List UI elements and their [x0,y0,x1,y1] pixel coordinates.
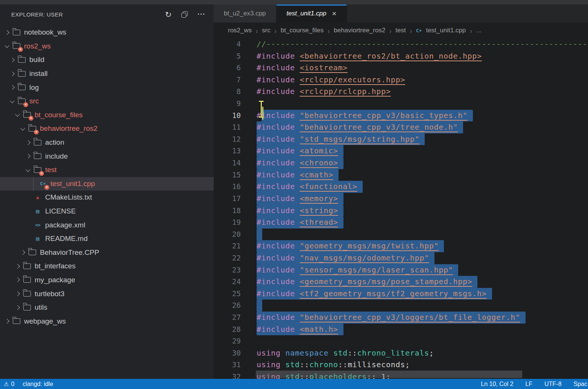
horizontal-scrollbar[interactable] [256,371,522,378]
breadcrumb-item-test[interactable]: test [395,27,406,34]
tree-item-test[interactable]: ×test [0,163,214,177]
duplicate-button[interactable] [181,11,188,18]
code-content: #include <behaviortree_ros2/bt_action_no… [257,50,482,62]
folder-icon [18,71,26,77]
code-line-25[interactable]: 25#include <tf2_geometry_msgs/tf2_geomet… [214,288,588,300]
tab-label: test_unit1.cpp [287,10,327,17]
tree-item-test-unit1-cpp[interactable]: C+×test_unit1.cpp [0,177,214,191]
tree-item-label: LICENSE [45,207,76,215]
breadcrumb-item-ros2-ws[interactable]: ros2_ws [228,27,252,34]
code-line-31[interactable]: 31using std::chrono::milliseconds; [214,359,588,371]
tree-item-include[interactable]: include [0,149,214,163]
tree-item-build[interactable]: build [0,53,214,67]
code-line-19[interactable]: 19#include <thread> [214,216,588,229]
tree-item-label: BehaviorTree.CPP [40,248,99,257]
code-line-29[interactable]: 29 [214,335,588,347]
indentation-indicator[interactable]: Spac [574,381,587,387]
tree-item-src[interactable]: ×src [0,94,214,108]
code-line-24[interactable]: 24#include <geometry_msgs/msg/pose_stamp… [214,276,588,288]
code-token: std [285,360,299,369]
code-line-11[interactable]: 11#include "behaviortree_cpp_v3/tree_nod… [214,121,588,133]
line-number: 14 [214,157,241,169]
tree-item-utils[interactable]: utils [0,301,214,315]
chevron-right-icon [15,291,20,296]
code-line-4[interactable]: 4//-------------------------------------… [214,38,588,50]
tree-item-turtlebot3[interactable]: turtlebot3 [0,287,214,301]
status-bar: ⚠ 0 clangd: idle Ln 10, Col 2 LF UTF-8 S… [0,379,588,389]
code-line-22[interactable]: 22#include "nav_msgs/msg/odometry.hpp" [214,252,588,264]
code-line-30[interactable]: 30using namespace std::chrono_literals; [214,347,588,359]
refresh-explorer-button[interactable]: ↻ [165,11,172,18]
file-tree: notebook_ws×ros2_wsbuildinstalllog×src×b… [0,24,214,328]
code-line-6[interactable]: 6#include <iostream> [214,62,588,74]
tree-item-notebook-ws[interactable]: notebook_ws [0,26,214,39]
file-icon-wrap [34,153,41,159]
tree-item-install[interactable]: install [0,67,214,81]
breadcrumb-item-test-unit1-cpp[interactable]: test_unit1.cpp [426,27,466,34]
eol-indicator[interactable]: LF [526,381,533,387]
tree-item-bt-course-files[interactable]: ×bt_course_files [0,108,214,122]
code-line-8[interactable]: 8#include <rclcpp/rclcpp.hpp> [214,86,588,98]
include-directive-token: #include [257,63,295,72]
include-directive-token: #include [257,206,295,215]
tree-item-webpage-ws[interactable]: webpage_ws [0,314,214,328]
tab-bt-u2-ex3-cpp[interactable]: bt_u2_ex3.cpp [214,5,277,23]
include-path-token: "behaviortree_cpp_v3/tree_node.h" [300,123,458,132]
tree-item-cmakelists-txt[interactable]: ▲CMakeLists.txt [0,191,214,204]
problems-indicator[interactable]: ⚠ 0 [4,381,14,387]
tree-item-label: ros2_ws [24,42,51,50]
code-line-13[interactable]: 13#include <atomic> [214,145,588,157]
tree-item-bt-interfaces[interactable]: bt_interfaces [0,259,214,273]
folder-icon [34,140,41,145]
breadcrumb-item-behaviortree-ros2[interactable]: behaviortree_ros2 [334,27,385,34]
tree-item-label: test [45,166,57,174]
tab-test-unit1-cpp[interactable]: test_unit1.cpp× [277,5,347,23]
error-badge: × [44,185,49,190]
code-line-26[interactable]: 26 [214,300,588,312]
code-line-15[interactable]: 15#include <cmath> [214,169,588,181]
chevron-right-icon [10,71,15,76]
code-line-20[interactable]: 20 [214,229,588,241]
tree-item-readme-md[interactable]: ▤README.md [0,232,214,246]
code-line-12[interactable]: 12#include "std_msgs/msg/string.hpp" [214,133,588,145]
code-line-23[interactable]: 23#include "sensor_msgs/msg/laser_scan.h… [214,264,588,276]
encoding-indicator[interactable]: UTF-8 [544,381,561,387]
tree-item-action[interactable]: action [0,136,214,150]
tree-item-my-package[interactable]: my_package [0,273,214,287]
tab-close-icon[interactable]: × [332,10,336,17]
tree-item-license[interactable]: ▤LICENSE [0,204,214,218]
duplicate-icon [181,11,188,18]
code-line-10[interactable]: 10#include "behaviortree_cpp_v3/basic_ty… [214,110,588,122]
code-line-14[interactable]: 14#include <chrono> [214,157,588,169]
include-path-token: <atomic> [300,146,338,155]
cursor-position-indicator[interactable]: Ln 10, Col 2 [481,381,513,387]
tree-item-package-xml[interactable]: <>package.xml [0,218,214,232]
breadcrumb-item-src[interactable]: src [262,27,270,34]
selection-highlight: #include <math.h> [257,324,343,336]
breadcrumb-item-bt-course-files[interactable]: bt_course_files [281,27,324,34]
code-line-21[interactable]: 21#include "geometry_msgs/msg/twist.hpp" [214,240,588,252]
tree-item-behaviortree-ros2[interactable]: ×behaviortree_ros2 [0,122,214,136]
folder-icon [13,30,20,35]
code-line-5[interactable]: 5#include <behaviortree_ros2/bt_action_n… [214,50,588,62]
code-editor[interactable]: 4//-------------------------------------… [214,38,588,379]
tree-item-ros2-ws[interactable]: ×ros2_ws [0,39,214,53]
tree-item-label: bt_course_files [35,111,83,119]
file-icon-wrap [23,305,31,310]
tree-item-log[interactable]: log [0,80,214,94]
explorer-actions: ↻ ··· [165,11,205,18]
tree-item-behaviortree-cpp[interactable]: BehaviorTree.CPP [0,246,214,260]
code-line-7[interactable]: 7#include <rclcpp/executors.hpp> [214,74,588,86]
code-line-16[interactable]: 16#include <functional> [214,181,588,193]
tree-item-label: turtlebot3 [35,290,64,298]
code-line-28[interactable]: 28#include <math.h> [214,324,588,336]
clangd-status[interactable]: clangd: idle [23,381,53,387]
code-line-9[interactable]: 9 [214,98,588,110]
code-line-18[interactable]: 18#include <string> [214,205,588,217]
include-path-token: "std_msgs/msg/string.hpp" [300,135,420,144]
code-line-17[interactable]: 17#include <memory> [214,193,588,205]
include-directive-token: #include [257,253,295,262]
more-actions-button[interactable]: ··· [198,11,205,18]
selection-highlight: #include "behaviortree_cpp_v3/tree_node.… [257,121,463,133]
code-line-27[interactable]: 27#include "behaviortree_cpp_v3/loggers/… [214,312,588,324]
